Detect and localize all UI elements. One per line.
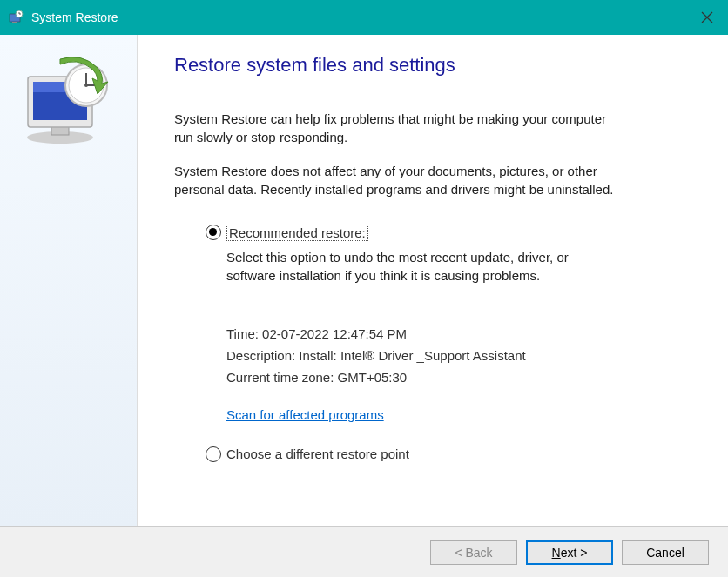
different-restore-label[interactable]: Choose a different restore point xyxy=(226,446,409,461)
restore-time: Time: 02-07-2022 12:47:54 PM xyxy=(226,326,686,341)
scan-affected-programs-link[interactable]: Scan for affected programs xyxy=(226,407,384,422)
window-title: System Restore xyxy=(31,10,118,24)
system-restore-large-icon xyxy=(12,52,117,148)
back-button: < Back xyxy=(430,540,517,565)
options-group: Recommended restore: Select this option … xyxy=(174,225,686,462)
restore-timezone: Current time zone: GMT+05:30 xyxy=(226,370,686,385)
recommended-restore-option[interactable]: Recommended restore: xyxy=(206,225,686,241)
svg-rect-1 xyxy=(12,22,17,23)
restore-description: Description: Install: Intel® Driver _Sup… xyxy=(226,348,686,363)
next-button[interactable]: Next > xyxy=(526,540,613,565)
different-restore-radio[interactable] xyxy=(206,446,221,462)
recommended-restore-radio[interactable] xyxy=(206,225,221,240)
page-heading: Restore system files and settings xyxy=(174,54,686,77)
recommended-restore-desc: Select this option to undo the most rece… xyxy=(226,248,610,285)
intro-text-1: System Restore can help fix problems tha… xyxy=(174,110,618,146)
intro-text-2: System Restore does not affect any of yo… xyxy=(174,162,618,198)
sidebar xyxy=(0,35,138,526)
footer-buttons: < Back Next > Cancel xyxy=(0,527,728,577)
system-restore-icon xyxy=(7,9,24,26)
different-restore-option[interactable]: Choose a different restore point xyxy=(206,446,686,462)
titlebar: System Restore xyxy=(0,0,728,35)
content-area: Restore system files and settings System… xyxy=(0,35,728,527)
restore-details: Time: 02-07-2022 12:47:54 PM Description… xyxy=(226,326,686,422)
close-button[interactable] xyxy=(686,0,728,35)
cancel-button[interactable]: Cancel xyxy=(622,540,709,565)
recommended-restore-label[interactable]: Recommended restore: xyxy=(226,225,368,241)
main-panel: Restore system files and settings System… xyxy=(138,35,728,526)
svg-point-14 xyxy=(84,84,88,87)
